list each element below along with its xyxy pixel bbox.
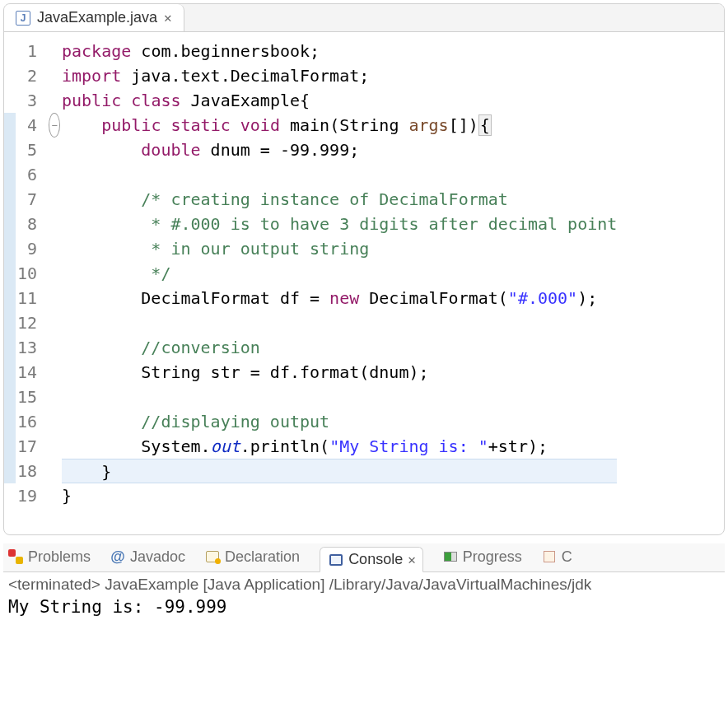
line-number: 2 [16, 63, 37, 88]
fold-cell [47, 335, 62, 360]
marker-row [4, 459, 16, 483]
code-line[interactable]: public static void main(String args[]){ [62, 113, 617, 138]
fold-cell [47, 39, 62, 63]
code-editor[interactable]: 12345678910111213141516171819 − package … [4, 32, 724, 508]
editor-tab-filename: JavaExample.java [37, 9, 157, 26]
code-line[interactable]: DecimalFormat df = new DecimalFormat("#.… [62, 286, 617, 310]
fold-cell [47, 409, 62, 434]
tab-truncated[interactable]: C [542, 548, 572, 566]
marker-row [4, 409, 16, 434]
fold-cell [47, 187, 62, 212]
progress-icon [444, 552, 457, 562]
fold-cell [47, 434, 62, 459]
fold-cell [47, 459, 62, 483]
tab-javadoc-label: Javadoc [130, 548, 185, 566]
tab-progress-label: Progress [463, 548, 522, 566]
code-line[interactable]: import java.text.DecimalFormat; [62, 63, 617, 88]
code-line[interactable]: double dnum = -99.999; [62, 138, 617, 162]
line-number: 9 [16, 236, 37, 261]
marker-row [4, 88, 16, 113]
fold-cell [47, 286, 62, 310]
editor-pane: J JavaExample.java ✕ 1234567891011121314… [3, 3, 725, 535]
tab-console-label: Console [348, 551, 403, 568]
fold-cell [47, 310, 62, 335]
marker-row [4, 63, 16, 88]
java-file-icon: J [16, 11, 30, 26]
marker-row [4, 483, 16, 508]
tab-progress[interactable]: Progress [443, 548, 522, 566]
code-line[interactable]: /* creating instance of DecimalFormat [62, 187, 617, 212]
editor-tab-javaexample[interactable]: J JavaExample.java ✕ [4, 4, 184, 31]
code-line[interactable] [62, 310, 617, 335]
code-line[interactable]: //displaying output [62, 409, 617, 434]
marker-row [4, 335, 16, 360]
code-line[interactable] [62, 162, 617, 187]
bottom-panel: Problems @ Javadoc Declaration Console ✕… [3, 543, 725, 620]
line-number: 11 [16, 286, 37, 310]
marker-row [4, 39, 16, 63]
console-status-line: <terminated> JavaExample [Java Applicati… [8, 576, 720, 595]
marker-row [4, 113, 16, 138]
fold-cell [47, 261, 62, 286]
tab-truncated-label: C [562, 548, 572, 566]
line-number-gutter: 12345678910111213141516171819 [16, 39, 47, 508]
line-number: 16 [16, 409, 37, 434]
code-line[interactable]: System.out.println("My String is: "+str)… [62, 434, 617, 459]
code-line[interactable]: * #.000 is to have 3 digits after decima… [62, 212, 617, 236]
fold-cell [47, 63, 62, 88]
console-body: <terminated> JavaExample [Java Applicati… [3, 572, 725, 620]
marker-row [4, 187, 16, 212]
code-line[interactable]: String str = df.format(dnum); [62, 360, 617, 385]
marker-row [4, 385, 16, 409]
javadoc-icon: @ [110, 549, 125, 564]
marker-row [4, 212, 16, 236]
fold-toggle-icon[interactable]: − [49, 113, 60, 138]
code-line[interactable]: */ [62, 261, 617, 286]
line-number: 13 [16, 335, 37, 360]
code-line[interactable]: package com.beginnersbook; [62, 39, 617, 63]
line-number: 18 [16, 459, 37, 483]
tab-problems-label: Problems [28, 548, 91, 566]
tab-console[interactable]: Console ✕ [320, 547, 423, 572]
console-icon [329, 554, 343, 566]
line-number: 5 [16, 138, 37, 162]
code-content[interactable]: package com.beginnersbook;import java.te… [62, 39, 617, 508]
line-number: 1 [16, 39, 37, 63]
line-number: 6 [16, 162, 37, 187]
line-number: 4 [16, 113, 37, 138]
code-line[interactable]: } [62, 459, 617, 483]
fold-cell [47, 360, 62, 385]
marker-row [4, 434, 16, 459]
marker-row [4, 236, 16, 261]
line-number: 10 [16, 261, 37, 286]
line-number: 8 [16, 212, 37, 236]
marker-strip [4, 39, 16, 508]
code-line[interactable] [62, 385, 617, 409]
close-icon[interactable]: ✕ [408, 552, 414, 567]
tab-javadoc[interactable]: @ Javadoc [110, 548, 185, 566]
code-line[interactable]: } [62, 483, 617, 508]
console-output: My String is: -99.999 [8, 595, 720, 617]
tab-problems[interactable]: Problems [8, 548, 91, 566]
tab-declaration-label: Declaration [225, 548, 300, 566]
marker-row [4, 360, 16, 385]
line-number: 12 [16, 310, 37, 335]
editor-tab-bar: J JavaExample.java ✕ [4, 4, 724, 32]
line-number: 7 [16, 187, 37, 212]
fold-cell [47, 483, 62, 508]
panel-tab-bar: Problems @ Javadoc Declaration Console ✕… [3, 543, 725, 572]
generic-tab-icon [544, 551, 555, 562]
code-line[interactable]: public class JavaExample{ [62, 88, 617, 113]
line-number: 3 [16, 88, 37, 113]
code-line[interactable]: //conversion [62, 335, 617, 360]
line-number: 17 [16, 434, 37, 459]
line-number: 14 [16, 360, 37, 385]
fold-cell [47, 162, 62, 187]
marker-row [4, 261, 16, 286]
fold-cell [47, 236, 62, 261]
close-icon[interactable]: ✕ [164, 10, 170, 26]
tab-declaration[interactable]: Declaration [205, 548, 300, 566]
fold-cell: − [47, 113, 62, 138]
problems-icon [8, 549, 23, 564]
code-line[interactable]: * in our output string [62, 236, 617, 261]
